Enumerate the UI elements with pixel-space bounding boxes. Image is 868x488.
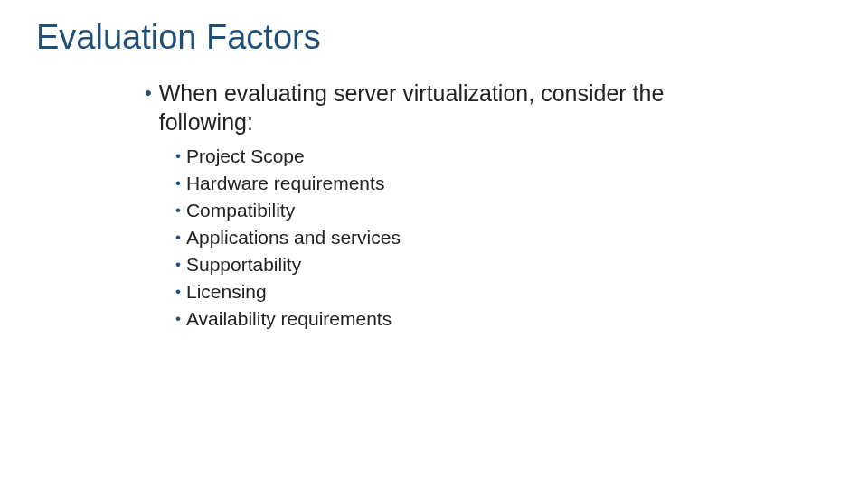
sub-bullet-text: Availability requirements bbox=[186, 306, 392, 332]
bullet-dot-icon: • bbox=[175, 279, 181, 305]
sub-bullet-text: Licensing bbox=[186, 279, 267, 305]
main-bullet-text: When evaluating server virtualization, c… bbox=[159, 79, 702, 136]
slide-content: • When evaluating server virtualization,… bbox=[36, 79, 832, 332]
sub-bullet-list: • Project Scope • Hardware requirements … bbox=[145, 144, 832, 332]
bullet-dot-icon: • bbox=[175, 198, 181, 223]
bullet-dot-icon: • bbox=[175, 171, 181, 196]
list-item: • Project Scope bbox=[175, 144, 832, 169]
sub-bullet-text: Hardware requirements bbox=[186, 171, 384, 196]
list-item: • Hardware requirements bbox=[175, 171, 832, 196]
list-item: • Supportability bbox=[175, 252, 832, 277]
slide-title: Evaluation Factors bbox=[36, 18, 832, 57]
list-item: • Compatibility bbox=[175, 198, 832, 223]
list-item: • Licensing bbox=[175, 279, 832, 305]
sub-bullet-text: Supportability bbox=[186, 252, 301, 277]
main-bullet: • When evaluating server virtualization,… bbox=[145, 79, 832, 136]
bullet-dot-icon: • bbox=[145, 79, 152, 108]
slide: Evaluation Factors • When evaluating ser… bbox=[0, 0, 868, 488]
bullet-dot-icon: • bbox=[175, 252, 181, 277]
sub-bullet-text: Compatibility bbox=[186, 198, 295, 223]
sub-bullet-text: Project Scope bbox=[186, 144, 305, 169]
bullet-dot-icon: • bbox=[175, 144, 181, 169]
bullet-dot-icon: • bbox=[175, 306, 181, 332]
sub-bullet-text: Applications and services bbox=[186, 225, 401, 250]
bullet-dot-icon: • bbox=[175, 225, 181, 250]
list-item: • Applications and services bbox=[175, 225, 832, 250]
list-item: • Availability requirements bbox=[175, 306, 832, 332]
